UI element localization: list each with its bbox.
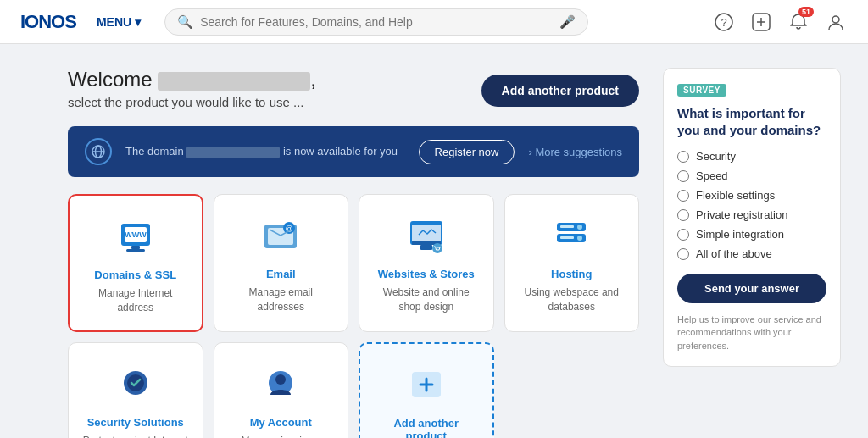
survey-option-private[interactable]: Private registration	[677, 208, 826, 221]
survey-options: Security Speed Flexible settings Private…	[677, 150, 826, 260]
svg-rect-21	[420, 245, 432, 250]
svg-point-26	[577, 236, 582, 241]
welcome-row: Welcome , select the product you would l…	[68, 68, 639, 109]
product-name-account: My Account	[250, 416, 312, 429]
svg-point-5	[832, 16, 839, 23]
domain-name-blurred	[186, 147, 280, 158]
svg-rect-13	[126, 249, 145, 252]
search-bar[interactable]: 🔍 🎤	[164, 8, 588, 36]
microphone-icon[interactable]: 🎤	[559, 14, 576, 30]
header: IONOS MENU ▾ 🔍 🎤 ? 51	[0, 0, 868, 44]
product-name-email: Email	[266, 268, 296, 280]
notification-badge: 51	[798, 7, 814, 17]
email-icon: @	[255, 215, 306, 258]
chevron-down-icon: ▾	[135, 15, 141, 29]
more-suggestions-link[interactable]: › More suggestions	[528, 146, 622, 158]
survey-tag: SURVEY	[677, 84, 726, 97]
content-area: Welcome , select the product you would l…	[68, 68, 639, 438]
user-icon[interactable]	[824, 10, 848, 34]
product-desc-hosting: Using webspace and databases	[519, 286, 626, 314]
domain-banner: The domain is now available for you Regi…	[68, 126, 639, 177]
product-desc-websites: Website and online shop design	[373, 286, 480, 314]
product-name-domains-ssl: Domains & SSL	[94, 269, 176, 281]
welcome-text: Welcome , select the product you would l…	[68, 68, 316, 109]
help-icon[interactable]: ?	[712, 10, 736, 34]
svg-rect-28	[560, 236, 574, 239]
hosting-icon	[546, 215, 597, 258]
websites-icon	[401, 215, 452, 258]
domain-globe-icon	[85, 138, 112, 165]
survey-card: SURVEY What is important for you and you…	[663, 68, 841, 367]
product-card-account[interactable]: My Account Manage invoices, contracts an…	[214, 342, 349, 438]
register-now-button[interactable]: Register now	[419, 140, 515, 164]
survey-radio-all[interactable]	[677, 248, 689, 260]
survey-radio-speed[interactable]	[677, 170, 689, 182]
header-icons: ? 51	[712, 10, 848, 34]
account-icon	[255, 363, 306, 406]
logo: IONOS	[20, 11, 76, 33]
product-desc-account: Manage invoices, contracts and account	[228, 434, 335, 438]
main-wrapper: Welcome , select the product you would l…	[0, 44, 868, 438]
security-icon	[110, 363, 161, 406]
domains-ssl-icon: WWW	[110, 216, 161, 258]
welcome-subtitle: select the product you would like to use…	[68, 95, 316, 109]
survey-option-flexible[interactable]: Flexible settings	[677, 189, 826, 202]
survey-radio-flexible[interactable]	[677, 190, 689, 202]
add-icon[interactable]	[749, 10, 773, 34]
product-desc-domains-ssl: Manage Internet address	[83, 286, 188, 315]
product-card-email[interactable]: @ Email Manage email addresses	[214, 194, 349, 332]
survey-question: What is important for you and your domai…	[677, 105, 826, 138]
product-card-add-another[interactable]: Add another product	[359, 342, 494, 438]
menu-button[interactable]: MENU ▾	[97, 15, 141, 29]
product-name-add-another: Add another product	[374, 417, 479, 438]
user-name-blurred	[158, 72, 310, 91]
product-name-hosting: Hosting	[551, 268, 592, 280]
product-desc-email: Manage email addresses	[228, 286, 335, 314]
survey-option-speed[interactable]: Speed	[677, 169, 826, 182]
product-name-security: Security Solutions	[87, 416, 184, 429]
survey-radio-simple[interactable]	[677, 229, 689, 241]
survey-radio-private[interactable]	[677, 209, 689, 221]
product-card-websites[interactable]: Websites & Stores Website and online sho…	[359, 194, 494, 332]
svg-point-25	[577, 225, 582, 230]
add-product-top-button[interactable]: Add another product	[481, 75, 639, 107]
svg-point-22	[432, 243, 442, 253]
product-name-websites: Websites & Stores	[378, 268, 475, 280]
search-icon: 🔍	[177, 14, 193, 30]
svg-text:WWW: WWW	[125, 230, 147, 239]
svg-rect-12	[131, 246, 140, 249]
product-card-security[interactable]: Security Solutions Protect against Inter…	[68, 342, 203, 438]
product-card-hosting[interactable]: Hosting Using webspace and databases	[504, 194, 640, 332]
product-grid: WWW Domains & SSL Manage Internet addres…	[68, 194, 639, 438]
svg-rect-27	[560, 225, 574, 228]
survey-radio-security[interactable]	[677, 151, 689, 163]
survey-footer: Help us to improve our service and recom…	[677, 313, 826, 352]
welcome-heading: Welcome ,	[68, 68, 316, 91]
survey-option-all[interactable]: All of the above	[677, 247, 826, 260]
svg-point-32	[275, 374, 286, 385]
product-card-domains-ssl[interactable]: WWW Domains & SSL Manage Internet addres…	[68, 194, 203, 332]
send-answer-button[interactable]: Send your answer	[677, 274, 826, 303]
notifications-icon[interactable]: 51	[787, 10, 810, 34]
survey-option-security[interactable]: Security	[677, 150, 826, 163]
survey-option-simple[interactable]: Simple integration	[677, 228, 826, 241]
add-another-icon	[401, 364, 452, 407]
survey-panel: SURVEY What is important for you and you…	[663, 68, 841, 438]
product-desc-security: Protect against Internet threats	[82, 434, 189, 438]
domain-banner-text: The domain is now available for you	[125, 145, 405, 158]
search-input[interactable]	[200, 15, 553, 29]
svg-text:?: ?	[721, 16, 726, 29]
